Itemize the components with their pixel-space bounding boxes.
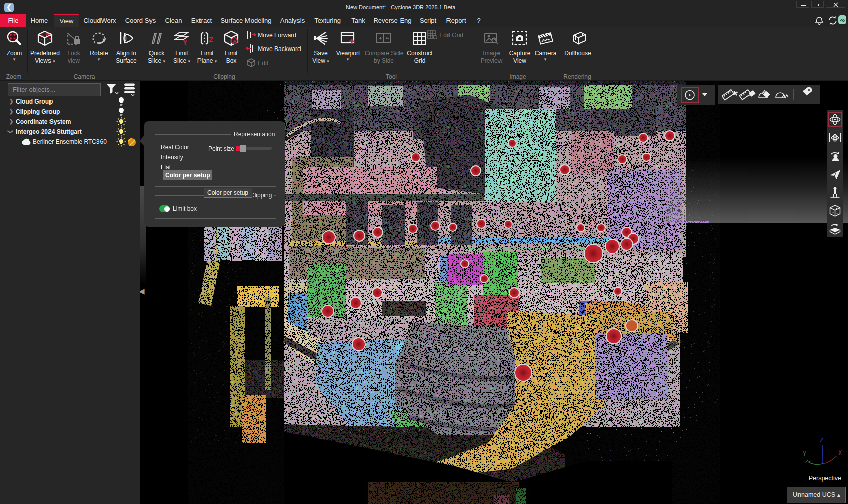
svg-text:X: X [838, 450, 842, 457]
svg-text:Y: Y [183, 38, 188, 46]
svg-text:Z: Z [209, 35, 213, 44]
svg-text:A: A [233, 39, 237, 44]
svg-text:Z: Z [820, 437, 823, 444]
svg-text:Y: Y [803, 451, 806, 458]
